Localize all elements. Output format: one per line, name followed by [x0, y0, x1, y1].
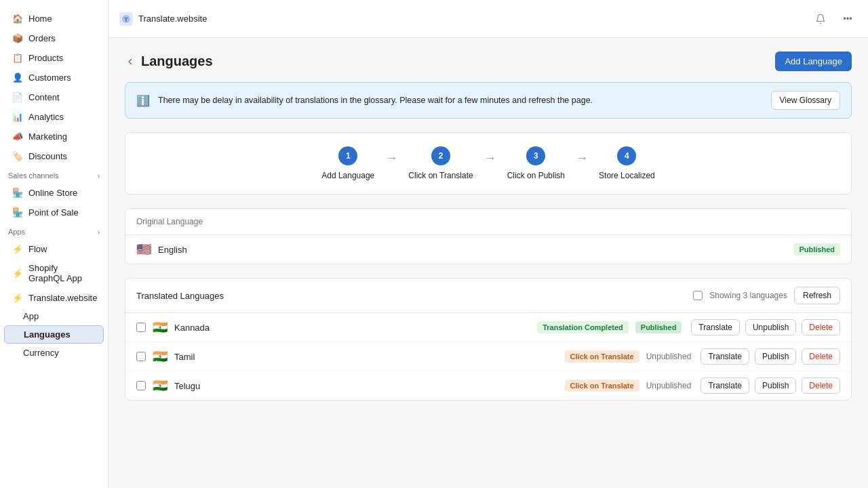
sidebar-label-customers: Customers — [28, 73, 71, 83]
translate-button-kannada[interactable]: Translate — [691, 319, 740, 336]
more-options-icon[interactable]: ••• — [838, 9, 857, 28]
checkbox-tamil[interactable] — [136, 352, 146, 361]
customers-icon: 👤 — [12, 72, 23, 83]
sidebar-sub-item-languages[interactable]: Languages — [4, 325, 104, 344]
add-language-button[interactable]: Add Language — [775, 52, 852, 71]
flag-telugu: 🇮🇳 — [153, 378, 167, 393]
apps-label: Apps — [8, 228, 25, 236]
info-banner-text: There may be delay in availability of tr… — [158, 94, 763, 107]
publish-button-tamil[interactable]: Publish — [755, 348, 796, 365]
topbar: T Translate.website ••• — [108, 0, 868, 38]
sub-label-app: App — [23, 311, 39, 321]
flow-icon: ⚡ — [12, 243, 23, 254]
sidebar-item-discounts[interactable]: 🏷️Discounts — [4, 146, 104, 165]
translation-status-badge-tamil: Click on Translate — [565, 350, 639, 363]
checkbox-kannada[interactable] — [136, 323, 146, 332]
flag-tamil: 🇮🇳 — [153, 349, 167, 364]
steps-card: 1 Add Language → 2 Click on Translate → … — [125, 132, 852, 195]
main-area: T Translate.website ••• Languages Add La… — [108, 0, 868, 488]
checkbox-telugu[interactable] — [136, 381, 146, 390]
lang-name-tamil: Tamil — [174, 352, 558, 362]
translated-toolbar: Showing 3 languages Refresh — [693, 287, 840, 304]
translate-website-icon: ⚡ — [12, 292, 23, 303]
step-4: 4 Store Localized — [599, 146, 655, 180]
apps-section: Apps › — [0, 222, 108, 239]
showing-count: Showing 3 languages — [709, 291, 787, 300]
lang-name-telugu: Telugu — [174, 381, 558, 391]
original-language-card: Original Language 🇺🇸 English Published — [125, 208, 852, 264]
page-header: Languages Add Language — [125, 52, 852, 71]
sidebar-label-orders: Orders — [28, 33, 56, 43]
info-icon: ℹ️ — [136, 94, 150, 107]
english-name: English — [158, 245, 787, 255]
app-icon: T — [119, 12, 133, 26]
step-circle-1: 1 — [338, 146, 357, 165]
actions-kannada: TranslateUnpublishDelete — [688, 319, 840, 336]
marketing-icon: 📣 — [12, 131, 23, 142]
sidebar-item-analytics[interactable]: 📊Analytics — [4, 107, 104, 126]
publish-button-telugu[interactable]: Publish — [755, 378, 796, 394]
expand-icon: › — [98, 172, 100, 180]
sidebar-sub-item-app[interactable]: App — [4, 308, 104, 325]
content-icon: 📄 — [12, 92, 23, 102]
translated-languages-title: Translated Languages — [136, 291, 224, 301]
shopify-graphql-icon: ⚡ — [12, 268, 23, 279]
step-label-2: Click on Translate — [408, 171, 473, 180]
view-glossary-button[interactable]: View Glossary — [771, 91, 840, 110]
sidebar-sub-item-currency[interactable]: Currency — [4, 344, 104, 361]
orders-icon: 📦 — [12, 33, 23, 43]
sidebar-item-translate-website[interactable]: ⚡Translate.website — [4, 288, 104, 307]
table-row: 🇮🇳 Tamil Click on Translate Unpublished … — [125, 342, 851, 371]
step-arrow-2: → — [484, 151, 496, 176]
topbar-title: Translate.website — [138, 14, 207, 24]
back-button[interactable] — [125, 56, 136, 67]
step-label-4: Store Localized — [599, 171, 655, 180]
translation-status-badge-kannada: Translation Completed — [537, 321, 629, 333]
info-banner: ℹ️ There may be delay in availability of… — [125, 82, 852, 119]
sidebar-item-content[interactable]: 📄Content — [4, 87, 104, 106]
delete-button-telugu[interactable]: Delete — [802, 378, 840, 394]
sidebar-item-customers[interactable]: 👤Customers — [4, 68, 104, 87]
sidebar-item-online-store[interactable]: 🏪Online Store — [4, 183, 104, 202]
sales-channels-section: Sales channels › — [0, 166, 108, 182]
step-1: 1 Add Language — [321, 146, 374, 180]
step-arrow-3: → — [576, 151, 588, 176]
translate-button-tamil[interactable]: Translate — [701, 348, 749, 365]
delete-button-tamil[interactable]: Delete — [802, 348, 840, 365]
sidebar-label-translate-website: Translate.website — [28, 293, 97, 303]
svg-text:T: T — [124, 16, 128, 23]
sidebar-label-flow: Flow — [28, 244, 47, 254]
page-header-left: Languages — [125, 54, 213, 69]
sidebar-item-flow[interactable]: ⚡Flow — [4, 239, 104, 258]
sidebar-item-point-of-sale[interactable]: 🏪Point of Sale — [4, 203, 104, 222]
step-circle-3: 3 — [526, 146, 545, 165]
sidebar-item-orders[interactable]: 📦Orders — [4, 28, 104, 47]
step-3: 3 Click on Publish — [507, 146, 565, 180]
step-label-3: Click on Publish — [507, 171, 565, 180]
select-all-checkbox[interactable] — [693, 291, 703, 300]
publish-status-telugu: Unpublished — [646, 381, 692, 390]
actions-tamil: TranslatePublishDelete — [698, 348, 840, 365]
actions-telugu: TranslatePublishDelete — [698, 378, 840, 394]
unpublish-button-kannada[interactable]: Unpublish — [745, 319, 796, 336]
sidebar-item-marketing[interactable]: 📣Marketing — [4, 127, 104, 146]
bell-icon[interactable] — [811, 9, 830, 28]
refresh-button[interactable]: Refresh — [794, 287, 840, 304]
translated-languages-header: Translated Languages Showing 3 languages… — [125, 279, 851, 313]
delete-button-kannada[interactable]: Delete — [802, 319, 840, 336]
point-of-sale-icon: 🏪 — [12, 207, 23, 218]
sidebar-item-home[interactable]: 🏠Home — [4, 9, 104, 28]
flag-kannada: 🇮🇳 — [153, 320, 167, 335]
analytics-icon: 📊 — [12, 111, 23, 122]
sidebar-item-products[interactable]: 📋Products — [4, 48, 104, 67]
content-area: Languages Add Language ℹ️ There may be d… — [108, 38, 868, 488]
publish-status-kannada: Published — [635, 321, 682, 333]
translate-button-telugu[interactable]: Translate — [701, 378, 749, 394]
sidebar-item-shopify-graphql[interactable]: ⚡Shopify GraphQL App — [4, 259, 104, 287]
apps-expand-icon: › — [98, 228, 100, 236]
step-arrow-1: → — [385, 151, 397, 176]
publish-status-tamil: Unpublished — [646, 352, 692, 361]
english-language-row: 🇺🇸 English Published — [125, 235, 851, 264]
sub-label-currency: Currency — [23, 348, 59, 358]
sidebar-label-analytics: Analytics — [28, 112, 64, 122]
